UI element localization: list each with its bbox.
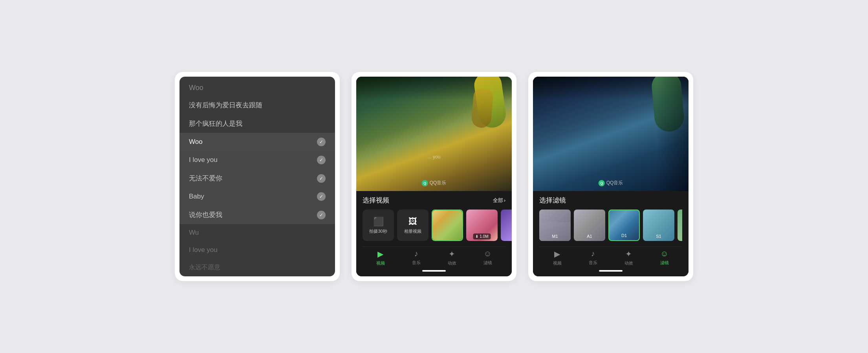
tab-filter[interactable]: ☺ 滤镜 <box>483 249 492 266</box>
list-item[interactable]: 那个疯狂的人是我 <box>179 114 335 133</box>
filter-video-tab-icon: ▶ <box>554 249 560 259</box>
tab-effects[interactable]: ✦ 动效 <box>448 249 456 266</box>
filter-nav-tabs: ▶ 视频 ♪ 音乐 ✦ 动效 ☺ 滤镜 <box>539 246 682 268</box>
list-item[interactable]: 无法不爱你 ✓ <box>179 169 335 188</box>
check-icon: ✓ <box>317 138 326 146</box>
panel-header: 选择视频 全部 › <box>363 196 505 205</box>
photo-icon: 🖼 <box>408 217 417 227</box>
list-item[interactable]: Baby ✓ <box>179 188 335 206</box>
video-thumb-1[interactable] <box>432 210 463 241</box>
filter-music-tab-label: 音乐 <box>589 260 597 266</box>
filter-tab-label: 滤镜 <box>483 260 492 266</box>
effects-tab-label: 动效 <box>448 260 456 266</box>
bottom-panel: 选择视频 全部 › ⬛ 拍摄30秒 🖼 相册视频 <box>356 191 512 276</box>
filter-a1-label: A1 <box>587 234 592 239</box>
overlay-text: ... you <box>428 154 441 160</box>
filter-video-preview: Q QQ音乐 <box>533 77 689 191</box>
filter-qq-logo: Q <box>599 180 605 186</box>
download-badge: ⬇ 1.0M <box>473 233 491 239</box>
video-thumb-3[interactable]: ⬇ <box>501 210 512 241</box>
qq-logo: Q <box>422 180 428 186</box>
music-tab-label: 音乐 <box>412 260 421 266</box>
camera-icon: ⬛ <box>373 217 384 227</box>
list-item[interactable]: 没有后悔为爱日夜去跟随 <box>179 96 335 114</box>
lyrics-list: 没有后悔为爱日夜去跟随 那个疯狂的人是我 Woo ✓ I love you ✓ … <box>179 96 335 276</box>
qq-music-badge: Q QQ音乐 <box>422 180 447 186</box>
lyrics-card: Woo 没有后悔为爱日夜去跟随 那个疯狂的人是我 Woo ✓ I love yo… <box>175 72 340 281</box>
phone-screen: ... you Q QQ音乐 选择视频 全部 › ⬛ 拍摄 <box>356 77 512 276</box>
lyrics-top-label: Woo <box>179 77 335 96</box>
record-button[interactable]: ⬛ 拍摄30秒 <box>363 210 394 241</box>
video-tab-icon: ▶ <box>377 249 383 259</box>
filter-tab-video[interactable]: ▶ 视频 <box>553 249 562 266</box>
panel-title: 选择视频 <box>363 196 389 205</box>
record-label: 拍摄30秒 <box>369 228 387 234</box>
home-indicator <box>422 270 446 272</box>
filter-qq-music-label: QQ音乐 <box>606 180 623 186</box>
filter-grid: M1 A1 D1 S1 <box>539 210 682 241</box>
list-item[interactable]: I love you <box>179 241 335 259</box>
tab-music[interactable]: ♪ 音乐 <box>412 249 421 266</box>
album-button[interactable]: 🖼 相册视频 <box>397 210 429 241</box>
list-item[interactable]: 说你也爱我 ✓ <box>179 206 335 224</box>
filter-item-a1[interactable]: A1 <box>574 210 605 241</box>
tab-video[interactable]: ▶ 视频 <box>376 249 385 266</box>
filter-bottom-panel: 选择滤镜 M1 A1 <box>533 191 689 276</box>
list-item-highlighted[interactable]: Woo ✓ <box>179 133 335 151</box>
media-grid: ⬛ 拍摄30秒 🖼 相册视频 ⬇ 1.0M <box>363 210 505 241</box>
filter-panel-title: 选择滤镜 <box>539 196 566 205</box>
qq-music-label: QQ音乐 <box>430 180 447 186</box>
check-icon: ✓ <box>317 192 326 201</box>
filter-tab-icon: ☺ <box>483 249 491 258</box>
filter-video-tab-label: 视频 <box>553 260 562 266</box>
filter-tab-filter[interactable]: ☺ 滤镜 <box>660 249 669 266</box>
effects-tab-icon: ✦ <box>449 249 455 259</box>
filter-home-indicator <box>599 270 623 272</box>
filter-m1-label: M1 <box>552 234 558 239</box>
check-icon: ✓ <box>317 156 326 164</box>
filter-item-d1[interactable]: D1 <box>608 210 640 241</box>
filter-right-overlay <box>657 77 689 191</box>
main-container: Woo 没有后悔为爱日夜去跟随 那个疯狂的人是我 Woo ✓ I love yo… <box>175 72 693 281</box>
filter-effects-tab-label: 动效 <box>624 260 633 266</box>
nav-tabs: ▶ 视频 ♪ 音乐 ✦ 动效 ☺ 滤镜 <box>363 246 505 268</box>
filter-qq-music-badge: Q QQ音乐 <box>599 180 623 186</box>
check-icon: ✓ <box>317 211 326 219</box>
filter-filter-tab-icon: ☺ <box>660 249 668 258</box>
video-thumb-2[interactable]: ⬇ 1.0M <box>466 210 498 241</box>
filter-panel-header: 选择滤镜 <box>539 196 682 205</box>
list-item[interactable]: Wu <box>179 224 335 241</box>
filter-item-extra[interactable] <box>678 210 682 241</box>
filter-filter-tab-label: 滤镜 <box>660 260 669 266</box>
filter-item-m1[interactable]: M1 <box>539 210 571 241</box>
filter-effects-tab-icon: ✦ <box>625 249 632 259</box>
list-item[interactable]: 永远不愿意 <box>179 259 335 276</box>
video-card: ... you Q QQ音乐 选择视频 全部 › ⬛ 拍摄 <box>352 72 516 281</box>
filter-d1-label: D1 <box>621 233 627 238</box>
filter-card: Q QQ音乐 选择滤镜 M1 <box>528 72 693 281</box>
filter-s1-label: S1 <box>656 234 661 239</box>
check-icon: ✓ <box>317 174 326 183</box>
phone-screen-3: Q QQ音乐 选择滤镜 M1 <box>533 77 689 276</box>
lyrics-panel: Woo 没有后悔为爱日夜去跟随 那个疯狂的人是我 Woo ✓ I love yo… <box>179 77 335 276</box>
filter-tab-music[interactable]: ♪ 音乐 <box>589 249 597 266</box>
music-tab-icon: ♪ <box>414 249 418 258</box>
list-item[interactable]: I love you ✓ <box>179 151 335 169</box>
album-label: 相册视频 <box>404 228 421 234</box>
filter-music-tab-icon: ♪ <box>591 249 595 258</box>
filter-tab-effects[interactable]: ✦ 动效 <box>624 249 633 266</box>
video-preview: ... you Q QQ音乐 <box>356 77 512 191</box>
panel-more-button[interactable]: 全部 › <box>493 197 505 204</box>
filter-item-s1[interactable]: S1 <box>643 210 674 241</box>
video-tab-label: 视频 <box>376 260 385 266</box>
